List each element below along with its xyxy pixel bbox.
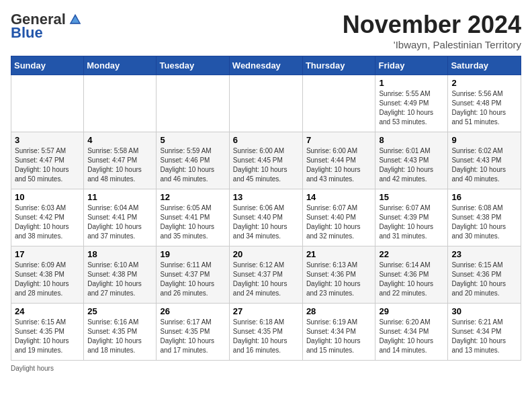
calendar-day-cell — [157, 75, 229, 132]
calendar-week-row: 3Sunrise: 5:57 AM Sunset: 4:47 PM Daylig… — [11, 132, 521, 189]
calendar-day-cell: 9Sunrise: 6:02 AM Sunset: 4:43 PM Daylig… — [448, 132, 521, 189]
calendar-day-cell: 19Sunrise: 6:11 AM Sunset: 4:37 PM Dayli… — [157, 246, 229, 304]
calendar-header-cell: Friday — [375, 56, 448, 75]
day-number: 15 — [379, 192, 444, 202]
day-number: 26 — [160, 306, 225, 316]
calendar-week-row: 10Sunrise: 6:03 AM Sunset: 4:42 PM Dayli… — [11, 189, 521, 246]
day-number: 8 — [379, 135, 444, 145]
calendar-header-cell: Sunday — [11, 56, 84, 75]
calendar-day-cell: 30Sunrise: 6:21 AM Sunset: 4:34 PM Dayli… — [448, 304, 521, 361]
day-info: Sunrise: 6:12 AM Sunset: 4:37 PM Dayligh… — [233, 261, 287, 297]
calendar-day-cell: 22Sunrise: 6:14 AM Sunset: 4:36 PM Dayli… — [375, 246, 448, 304]
day-info: Sunrise: 5:57 AM Sunset: 4:47 PM Dayligh… — [15, 147, 69, 183]
calendar-header-cell: Tuesday — [157, 56, 229, 75]
location-subtitle: 'Ibwayn, Palestinian Territory — [343, 39, 521, 50]
calendar-day-cell: 2Sunrise: 5:56 AM Sunset: 4:48 PM Daylig… — [448, 75, 521, 132]
calendar-day-cell: 7Sunrise: 6:00 AM Sunset: 4:44 PM Daylig… — [302, 132, 375, 189]
day-number: 18 — [87, 249, 152, 259]
day-number: 28 — [306, 306, 372, 316]
calendar-day-cell: 3Sunrise: 5:57 AM Sunset: 4:47 PM Daylig… — [11, 132, 84, 189]
calendar-header-cell: Thursday — [302, 56, 375, 75]
calendar-table: SundayMondayTuesdayWednesdayThursdayFrid… — [11, 56, 521, 361]
calendar-day-cell: 12Sunrise: 6:05 AM Sunset: 4:41 PM Dayli… — [157, 189, 229, 246]
day-info: Sunrise: 6:15 AM Sunset: 4:36 PM Dayligh… — [451, 261, 506, 297]
day-number: 29 — [379, 306, 444, 316]
day-number: 6 — [233, 135, 299, 145]
day-number: 22 — [379, 249, 444, 259]
day-info: Sunrise: 6:11 AM Sunset: 4:37 PM Dayligh… — [160, 261, 214, 297]
day-number: 27 — [233, 306, 299, 316]
calendar-day-cell — [302, 75, 375, 132]
calendar-day-cell: 27Sunrise: 6:18 AM Sunset: 4:35 PM Dayli… — [229, 304, 302, 361]
day-number: 20 — [233, 249, 299, 259]
calendar-day-cell: 18Sunrise: 6:10 AM Sunset: 4:38 PM Dayli… — [84, 246, 157, 304]
day-number: 17 — [15, 249, 80, 259]
day-info: Sunrise: 6:18 AM Sunset: 4:35 PM Dayligh… — [233, 318, 287, 354]
day-number: 21 — [306, 249, 372, 259]
day-number: 14 — [306, 192, 372, 202]
day-info: Sunrise: 6:01 AM Sunset: 4:43 PM Dayligh… — [379, 147, 433, 183]
day-number: 24 — [15, 306, 80, 316]
day-number: 5 — [160, 135, 225, 145]
calendar-day-cell: 1Sunrise: 5:55 AM Sunset: 4:49 PM Daylig… — [375, 75, 448, 132]
calendar-day-cell — [84, 75, 157, 132]
calendar-day-cell: 10Sunrise: 6:03 AM Sunset: 4:42 PM Dayli… — [11, 189, 84, 246]
calendar-day-cell: 4Sunrise: 5:58 AM Sunset: 4:47 PM Daylig… — [84, 132, 157, 189]
calendar-day-cell: 8Sunrise: 6:01 AM Sunset: 4:43 PM Daylig… — [375, 132, 448, 189]
day-info: Sunrise: 6:19 AM Sunset: 4:34 PM Dayligh… — [306, 318, 361, 354]
calendar-day-cell: 28Sunrise: 6:19 AM Sunset: 4:34 PM Dayli… — [302, 304, 375, 361]
calendar-header-cell: Saturday — [448, 56, 521, 75]
day-info: Sunrise: 6:15 AM Sunset: 4:35 PM Dayligh… — [15, 318, 69, 354]
day-number: 9 — [451, 135, 517, 145]
calendar-week-row: 1Sunrise: 5:55 AM Sunset: 4:49 PM Daylig… — [11, 75, 521, 132]
day-info: Sunrise: 6:20 AM Sunset: 4:34 PM Dayligh… — [379, 318, 433, 354]
day-info: Sunrise: 5:58 AM Sunset: 4:47 PM Dayligh… — [87, 147, 142, 183]
day-info: Sunrise: 6:17 AM Sunset: 4:35 PM Dayligh… — [160, 318, 214, 354]
day-info: Sunrise: 6:13 AM Sunset: 4:36 PM Dayligh… — [306, 261, 361, 297]
day-number: 1 — [379, 78, 444, 88]
day-info: Sunrise: 6:00 AM Sunset: 4:45 PM Dayligh… — [233, 147, 287, 183]
day-info: Sunrise: 6:05 AM Sunset: 4:41 PM Dayligh… — [160, 204, 214, 240]
calendar-day-cell: 21Sunrise: 6:13 AM Sunset: 4:36 PM Dayli… — [302, 246, 375, 304]
day-number: 19 — [160, 249, 225, 259]
day-info: Sunrise: 6:06 AM Sunset: 4:40 PM Dayligh… — [233, 204, 287, 240]
day-info: Sunrise: 6:14 AM Sunset: 4:36 PM Dayligh… — [379, 261, 433, 297]
calendar-body: 1Sunrise: 5:55 AM Sunset: 4:49 PM Daylig… — [11, 75, 521, 361]
daylight-note: Daylight hours — [11, 365, 521, 372]
calendar-day-cell: 13Sunrise: 6:06 AM Sunset: 4:40 PM Dayli… — [229, 189, 302, 246]
header: General Blue November 2024 'Ibwayn, Pale… — [11, 11, 521, 50]
day-info: Sunrise: 5:55 AM Sunset: 4:49 PM Dayligh… — [379, 90, 433, 126]
day-info: Sunrise: 6:16 AM Sunset: 4:35 PM Dayligh… — [87, 318, 142, 354]
calendar-header-cell: Wednesday — [229, 56, 302, 75]
calendar-header-cell: Monday — [84, 56, 157, 75]
calendar-day-cell: 20Sunrise: 6:12 AM Sunset: 4:37 PM Dayli… — [229, 246, 302, 304]
logo-icon — [69, 13, 82, 26]
calendar-day-cell: 29Sunrise: 6:20 AM Sunset: 4:34 PM Dayli… — [375, 304, 448, 361]
day-number: 25 — [87, 306, 152, 316]
calendar-day-cell: 16Sunrise: 6:08 AM Sunset: 4:38 PM Dayli… — [448, 189, 521, 246]
day-info: Sunrise: 5:59 AM Sunset: 4:46 PM Dayligh… — [160, 147, 214, 183]
day-number: 4 — [87, 135, 152, 145]
day-number: 12 — [160, 192, 225, 202]
day-number: 13 — [233, 192, 299, 202]
calendar-day-cell — [11, 75, 84, 132]
month-title: November 2024 — [343, 11, 521, 39]
calendar-day-cell — [229, 75, 302, 132]
day-number: 30 — [451, 306, 517, 316]
day-number: 10 — [15, 192, 80, 202]
calendar-day-cell: 15Sunrise: 6:07 AM Sunset: 4:39 PM Dayli… — [375, 189, 448, 246]
day-number: 11 — [87, 192, 152, 202]
day-info: Sunrise: 6:08 AM Sunset: 4:38 PM Dayligh… — [451, 204, 506, 240]
calendar-day-cell: 25Sunrise: 6:16 AM Sunset: 4:35 PM Dayli… — [84, 304, 157, 361]
calendar-header-row: SundayMondayTuesdayWednesdayThursdayFrid… — [11, 56, 521, 75]
day-info: Sunrise: 6:04 AM Sunset: 4:41 PM Dayligh… — [87, 204, 142, 240]
day-info: Sunrise: 6:00 AM Sunset: 4:44 PM Dayligh… — [306, 147, 361, 183]
title-area: November 2024 'Ibwayn, Palestinian Terri… — [343, 11, 521, 50]
calendar-week-row: 17Sunrise: 6:09 AM Sunset: 4:38 PM Dayli… — [11, 246, 521, 304]
calendar-day-cell: 5Sunrise: 5:59 AM Sunset: 4:46 PM Daylig… — [157, 132, 229, 189]
calendar-day-cell: 26Sunrise: 6:17 AM Sunset: 4:35 PM Dayli… — [157, 304, 229, 361]
calendar-day-cell: 24Sunrise: 6:15 AM Sunset: 4:35 PM Dayli… — [11, 304, 84, 361]
day-info: Sunrise: 6:07 AM Sunset: 4:40 PM Dayligh… — [306, 204, 361, 240]
logo: General Blue — [11, 11, 82, 42]
logo-blue-text: Blue — [11, 24, 43, 42]
